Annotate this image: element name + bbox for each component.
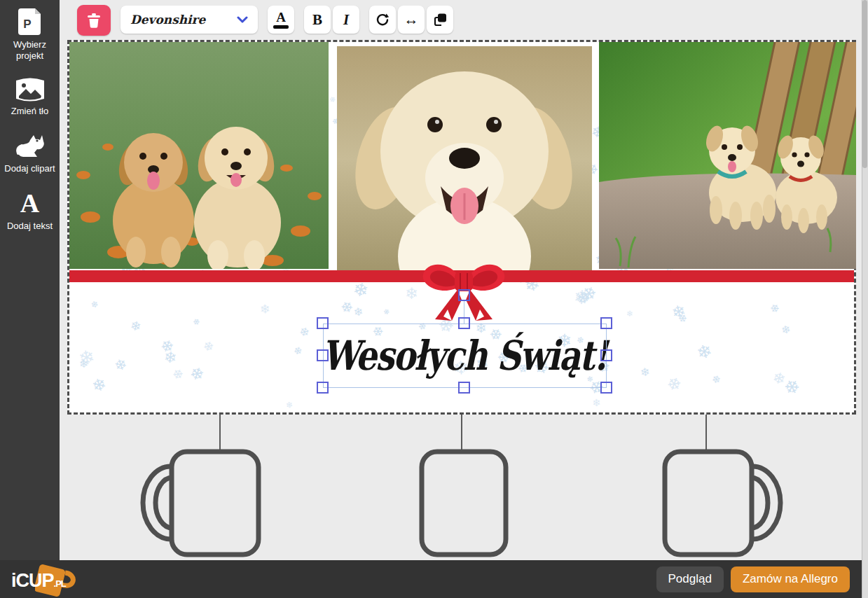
resize-handle-mid-left[interactable] (317, 349, 329, 361)
snowflake-glyph: ❄ (292, 345, 303, 357)
resize-handle-top-center[interactable] (458, 317, 470, 329)
scrollbar[interactable] (862, 0, 868, 598)
snowflake-glyph: ❄ (163, 349, 177, 366)
photo-puppies-right[interactable]: Two golden retriever puppies walking by … (599, 42, 856, 269)
rotate-icon (376, 13, 390, 27)
snowflake-glyph: ❄ (88, 374, 110, 396)
snowflake-glyph: ❄ (188, 365, 206, 385)
duplicate-icon (433, 13, 447, 27)
sidebar: P Wybierz projekt Zmień tło Dodaj clipar… (0, 0, 60, 560)
sidebar-item-label: Wybierz projekt (4, 39, 57, 62)
toolbar: Devonshire A B I ↔ (77, 5, 453, 36)
italic-icon: I (343, 11, 349, 29)
font-select-value: Devonshire (130, 13, 205, 27)
snowflake-glyph: ❄ (779, 323, 793, 337)
flip-horizontal-icon: ↔ (404, 11, 419, 28)
flip-horizontal-button[interactable]: ↔ (398, 6, 425, 34)
italic-button[interactable]: I (333, 6, 359, 34)
color-indicator (273, 25, 289, 29)
project-file-icon: P (17, 7, 43, 35)
snowflake-glyph: ❄ (692, 341, 715, 364)
rotate-button[interactable] (369, 6, 396, 34)
snowflake-glyph: ❄ (283, 400, 294, 410)
mug-outline-front (418, 447, 509, 557)
snowflake-glyph: ❄ (638, 365, 652, 380)
resize-handle-top-right[interactable] (600, 317, 612, 329)
font-select[interactable]: Devonshire (120, 6, 258, 34)
resize-handle-mid-right[interactable] (600, 349, 612, 361)
background-image-icon (14, 78, 46, 102)
chevron-down-icon (237, 16, 248, 23)
sidebar-item-label: Zmień tło (4, 106, 57, 117)
snowflake-glyph: ❄ (111, 356, 130, 375)
text-color-icon: A (276, 11, 286, 24)
snowflake-glyph: ❄ (381, 307, 391, 317)
svg-text:P: P (23, 18, 31, 31)
snowflake-glyph: ❄ (201, 339, 215, 354)
logo-text: iCUP.PL (11, 570, 66, 592)
bold-button[interactable]: B (304, 6, 331, 34)
photo-puppy-center[interactable]: Golden retriever puppy close-up with ton… (337, 46, 592, 272)
snowflake-glyph: ❄ (767, 301, 781, 315)
sidebar-item-zmien-tlo[interactable]: Zmień tło (0, 78, 60, 117)
mug-outline-left-handle (137, 447, 262, 557)
icup-logo[interactable]: iCUP.PL (6, 560, 84, 598)
trash-icon (87, 13, 101, 28)
delete-element-button[interactable] (77, 5, 111, 36)
resize-handle-top-left[interactable] (317, 317, 329, 329)
snowflake-glyph: ❄ (405, 286, 418, 303)
selection-box (323, 324, 607, 388)
photo-puppies-left[interactable]: Two golden retriever puppies sitting in … (69, 42, 329, 269)
rotate-handle[interactable] (458, 289, 470, 301)
snowflake-glyph: ❄ (664, 374, 683, 395)
sidebar-item-dodaj-tekst[interactable]: A Dodaj tekst (0, 190, 60, 232)
order-allegro-button[interactable]: Zamów na Allegro (731, 566, 850, 592)
sidebar-item-dodaj-clipart[interactable]: Dodaj clipart (0, 132, 60, 174)
snowflake-glyph: ❄ (129, 319, 142, 334)
snowflake-glyph: ❄ (191, 317, 202, 328)
snowflake-glyph: ❄ (710, 374, 722, 387)
sidebar-item-label: Dodaj tekst (4, 221, 57, 232)
snowflake-glyph: ❄ (626, 310, 633, 319)
snowflake-glyph: ❄ (256, 301, 273, 317)
snowflake-glyph: ❄ (328, 95, 338, 105)
sidebar-item-wybierz-projekt[interactable]: P Wybierz projekt (0, 7, 60, 62)
snowflake-glyph: ❄ (170, 367, 186, 383)
design-canvas[interactable]: ❄❄❄❄❄❄❄❄❄❄❄❄❄❄❄❄❄❄❄❄❄❄❄❄❄❄❄❄❄❄❄❄❄❄❄❄❄❄❄❄… (67, 40, 856, 415)
resize-handle-bottom-left[interactable] (317, 382, 329, 394)
sidebar-item-label: Dodaj clipart (4, 163, 57, 174)
bold-icon: B (312, 11, 322, 29)
mug-outline-right-handle (661, 447, 786, 557)
snowflake-glyph: ❄ (88, 299, 99, 310)
snowflake-glyph: ❄ (590, 396, 603, 409)
snowflake-glyph: ❄ (298, 326, 311, 340)
snowflake-glyph: ❄ (352, 279, 370, 300)
text-color-button[interactable]: A (268, 6, 294, 34)
preview-button[interactable]: Podgląd (656, 566, 724, 592)
scrollbar-thumb[interactable] (862, 0, 867, 168)
resize-handle-bottom-center[interactable] (458, 382, 470, 394)
letter-a-icon: A (20, 190, 39, 216)
cat-clipart-icon (15, 132, 45, 159)
duplicate-button[interactable] (427, 6, 453, 34)
footer-bar: iCUP.PL Podgląd Zamów na Allegro (0, 560, 868, 598)
resize-handle-bottom-right[interactable] (600, 382, 612, 394)
